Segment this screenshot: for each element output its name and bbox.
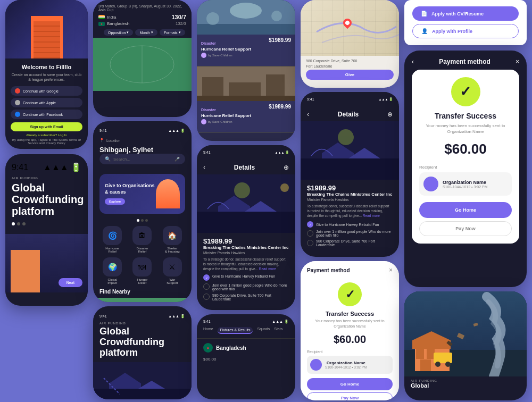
status-time: 9:41 xyxy=(12,163,28,172)
details-title-4b: Details xyxy=(338,111,359,118)
explore-button[interactable]: Explore xyxy=(105,198,125,205)
details-org-4b: Breaking The Chains Ministries Center In… xyxy=(307,192,393,197)
apple-btn-label: Continue with Apple xyxy=(23,101,56,105)
search-bar[interactable]: 🔍 Search... 🎤 xyxy=(99,154,185,164)
apply-profile-label: Apply with Profile xyxy=(432,29,472,34)
screen-apply-buttons: 📄 Apply with CV/Resume 👤 Apply with Prof… xyxy=(404,0,527,45)
recipient-label: Recipient xyxy=(307,350,393,354)
success-check-large: ✓ xyxy=(451,77,480,106)
building-2-illustration xyxy=(11,250,40,292)
hunger-icon: 🍽 xyxy=(132,257,152,277)
item-row-1-4b: ✓ Give to Hurricane Harvey Rebuild Fun xyxy=(307,221,393,228)
category-war[interactable]: ⚔ WarSupport xyxy=(160,257,185,284)
facebook-icon xyxy=(15,112,20,117)
apply-profile-button[interactable]: 👤 Apply with Profile xyxy=(412,24,519,38)
category-hunger[interactable]: 🍽 HungerRelief xyxy=(129,257,155,284)
next-button[interactable]: Next xyxy=(59,278,82,287)
facebook-login-button[interactable]: Continue with Facebook xyxy=(11,110,82,119)
opposition-filter[interactable]: Opposition ▾ xyxy=(104,29,133,36)
back-btn-5b[interactable]: ‹ xyxy=(412,58,414,65)
month-filter[interactable]: Month ▾ xyxy=(135,29,157,36)
status-bar: 9:41 ▲▲▲ 🔋 xyxy=(99,129,185,133)
map-info: 980 Corporate Drive, Suite 700 Fort Laud… xyxy=(301,56,399,83)
cricket-field-image xyxy=(93,38,192,91)
subscriber-text: Already a subscriber? Log In xyxy=(11,133,82,137)
dot-indicator-3 xyxy=(22,222,26,225)
details-hero-image xyxy=(197,174,295,233)
svg-rect-34 xyxy=(434,353,452,363)
close-button[interactable]: × xyxy=(389,266,393,274)
go-home-button[interactable]: Go Home xyxy=(307,378,393,390)
country-name: Bangladesh xyxy=(216,345,246,351)
apple-icon xyxy=(15,100,20,105)
back-button[interactable]: ‹ xyxy=(203,164,205,171)
share-button[interactable]: ⊕ xyxy=(284,164,289,171)
recipient-id: S100-1044-1012 • 3:02 PM xyxy=(325,365,367,369)
disaster-card-1[interactable]: Disaster $1989.99 Hurricane Relief Suppo… xyxy=(197,0,295,66)
card-1-price: $1989.99 xyxy=(269,37,291,43)
svg-rect-16 xyxy=(229,82,261,96)
banner-illustration xyxy=(156,179,180,208)
details-person-4b: Minister Pamela Hawkins xyxy=(307,198,393,202)
air-funding-badge: AIR FUNDING xyxy=(12,177,81,180)
svg-rect-29 xyxy=(420,359,431,371)
country-row: Bangladesh xyxy=(197,339,295,357)
modal-home-btn[interactable]: Go Home xyxy=(419,202,512,218)
tab-home[interactable]: Home xyxy=(203,327,213,334)
card-1-tag: Disaster xyxy=(201,41,216,45)
tab-fixtures[interactable]: Fixtures & Results xyxy=(218,327,253,334)
details-header-4b: ‹ Details ⊕ xyxy=(301,103,399,121)
apply-cv-button[interactable]: 📄 Apply with CV/Resume xyxy=(412,6,519,21)
svg-rect-17 xyxy=(266,74,285,96)
close-modal-btn[interactable]: × xyxy=(516,58,519,65)
bangladesh-flag-circle xyxy=(203,343,213,353)
india-flag xyxy=(98,15,105,19)
status-bar-3c: 9:41 ▲▲▲ 🔋 xyxy=(197,314,295,327)
modal-rec-name: Organization Name xyxy=(443,180,488,185)
read-more-4b[interactable]: Read more xyxy=(363,214,380,217)
svg-point-13 xyxy=(271,11,282,21)
modal-success-sub: Your money has been successfully sent to… xyxy=(419,123,512,135)
svg-rect-11 xyxy=(197,24,295,35)
modal-pay-btn[interactable]: Pay Now xyxy=(419,221,512,236)
back-button-4b[interactable]: ‹ xyxy=(307,111,309,118)
modal-amount: $60.00 xyxy=(419,141,512,157)
read-more-link[interactable]: Read more xyxy=(259,267,276,271)
welcome-hero-image xyxy=(5,0,88,58)
shelter-icon: 🏠 xyxy=(163,226,182,245)
payment-body: ✓ Transfer Success Your money has been s… xyxy=(301,277,399,400)
google-login-button[interactable]: Continue with Google xyxy=(11,86,82,96)
recipient-icon xyxy=(310,359,322,371)
categories-grid: 🌀 HurricaneRelief 🏚 DisasterRelief 🏠 She… xyxy=(93,226,192,284)
category-hurricane[interactable]: 🌀 HurricaneRelief xyxy=(99,226,125,253)
tab-squads[interactable]: Squads xyxy=(257,327,270,334)
transfer-amount: $60.00 xyxy=(307,333,393,346)
apple-login-button[interactable]: Continue with Apple xyxy=(11,98,82,107)
status-icons: ▲▲▲ 🔋 xyxy=(43,162,81,172)
disaster-footer: AIR FUNDING Global xyxy=(404,376,527,391)
check-1-4b: ✓ xyxy=(307,221,313,228)
category-shelter[interactable]: 🏠 Shelter& Housing xyxy=(160,226,185,253)
email-signup-button[interactable]: Sign up with Email xyxy=(11,122,82,131)
category-disaster[interactable]: 🏚 DisasterRelief xyxy=(129,226,155,253)
disaster-card-2[interactable]: Disaster $1989.99 Hurricane Relief Suppo… xyxy=(197,66,295,133)
svg-rect-27 xyxy=(416,348,424,359)
crowdfunding-illustration: Next xyxy=(5,234,88,292)
india-score: 130/7 xyxy=(171,14,186,20)
screen-cricket-scores: 3rd Match, Group B (N), Sharjah, August … xyxy=(93,0,192,117)
bangladesh-row: Bangladesh 132/3 xyxy=(98,21,186,26)
share-button-4b[interactable]: ⊕ xyxy=(387,111,393,118)
give-button[interactable]: Give xyxy=(306,70,394,80)
search-placeholder: Search... xyxy=(113,157,130,162)
network-icons: ▲▲▲ 🔋 xyxy=(168,129,185,133)
card-2-tag: Disaster xyxy=(201,108,216,112)
recipient-card: Organization Name S100-1044-1012 • 3:02 … xyxy=(307,356,393,374)
crowdfunding-heading: Global Crowdfunding platform xyxy=(12,182,81,217)
tab-stats[interactable]: Stats xyxy=(274,327,282,334)
category-global[interactable]: 🌍 GlobalImpact xyxy=(99,257,125,284)
google-icon xyxy=(15,88,20,94)
uncheck-3-4b xyxy=(307,240,313,246)
pay-now-button[interactable]: Pay Now xyxy=(307,392,393,400)
formats-filter[interactable]: Formats ▾ xyxy=(160,29,185,36)
card-2-image xyxy=(197,66,295,101)
